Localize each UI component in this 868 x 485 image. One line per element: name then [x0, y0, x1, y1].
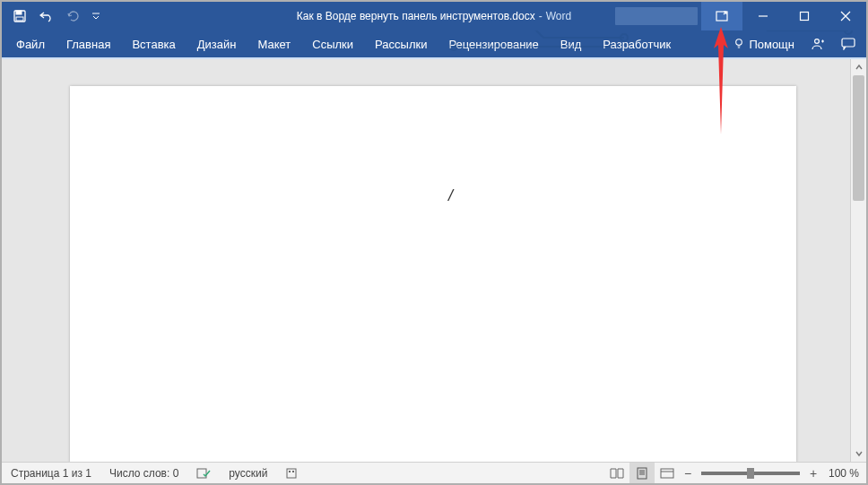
- language-indicator[interactable]: русский: [220, 463, 276, 483]
- svg-rect-7: [16, 17, 23, 21]
- save-button[interactable]: [7, 4, 32, 29]
- svg-point-14: [736, 39, 742, 46]
- proofing-icon: [196, 467, 211, 480]
- title-separator: -: [539, 10, 542, 22]
- minimize-button[interactable]: [742, 2, 784, 30]
- app-name: Word: [546, 10, 571, 22]
- zoom-out-button[interactable]: −: [680, 466, 696, 481]
- tab-review[interactable]: Рецензирование: [438, 30, 549, 57]
- svg-rect-23: [638, 468, 647, 479]
- qat-customize-button[interactable]: [88, 4, 104, 29]
- title-bar: Как в Ворде вернуть панель инструментов.…: [2, 2, 866, 30]
- language-label: русский: [229, 467, 267, 480]
- tab-home[interactable]: Главная: [56, 30, 121, 57]
- close-button[interactable]: [825, 2, 866, 30]
- tab-label: Рассылки: [375, 38, 427, 51]
- tab-file[interactable]: Файл: [5, 30, 56, 57]
- tab-label: Вид: [560, 38, 582, 51]
- ribbon-display-options-button[interactable]: [701, 2, 742, 30]
- document-page[interactable]: /: [70, 86, 796, 462]
- lightbulb-icon: [733, 38, 745, 50]
- tab-developer[interactable]: Разработчик: [592, 30, 681, 57]
- comments-button[interactable]: [834, 31, 863, 56]
- tab-references[interactable]: Ссылки: [301, 30, 364, 57]
- print-layout-button[interactable]: [629, 463, 655, 483]
- word-count[interactable]: Число слов: 0: [100, 463, 187, 483]
- tab-label: Разработчик: [603, 38, 671, 51]
- macro-icon: [285, 467, 298, 480]
- quick-access-toolbar: [2, 4, 104, 29]
- maximize-button[interactable]: [784, 2, 825, 30]
- tab-insert[interactable]: Вставка: [121, 30, 186, 57]
- web-layout-button[interactable]: [655, 463, 680, 483]
- svg-point-17: [815, 39, 820, 44]
- tab-label: Дизайн: [197, 38, 237, 51]
- document-name: Как в Ворде вернуть панель инструментов.…: [297, 10, 535, 22]
- workspace: /: [2, 59, 866, 462]
- window-controls: [615, 2, 866, 30]
- page-indicator[interactable]: Страница 1 из 1: [2, 463, 100, 483]
- tell-me-search[interactable]: Помощн: [725, 38, 802, 51]
- tab-design[interactable]: Дизайн: [187, 30, 247, 57]
- zoom-percent-label: 100 %: [829, 467, 859, 480]
- tell-me-label: Помощн: [749, 38, 794, 51]
- proofing-button[interactable]: [187, 463, 220, 483]
- svg-rect-21: [289, 471, 291, 472]
- status-bar: Страница 1 из 1 Число слов: 0 русский − …: [2, 462, 866, 483]
- book-icon: [610, 468, 624, 479]
- account-placeholder[interactable]: [615, 7, 698, 25]
- tab-label: Файл: [16, 38, 45, 51]
- word-count-label: Число слов: 0: [109, 467, 178, 480]
- zoom-slider-thumb[interactable]: [747, 468, 754, 479]
- svg-rect-22: [292, 471, 294, 472]
- text-cursor: /: [448, 186, 453, 205]
- share-button[interactable]: [803, 31, 832, 56]
- redo-button[interactable]: [61, 4, 86, 29]
- scroll-track[interactable]: [851, 75, 866, 446]
- macro-button[interactable]: [276, 463, 307, 483]
- vertical-scrollbar: [850, 59, 866, 462]
- zoom-slider[interactable]: [701, 472, 800, 475]
- read-mode-button[interactable]: [604, 463, 629, 483]
- tab-label: Рецензирование: [448, 38, 538, 51]
- scroll-up-button[interactable]: [851, 59, 866, 75]
- svg-rect-6: [16, 11, 22, 14]
- zoom-in-button[interactable]: +: [805, 466, 821, 481]
- ribbon-tabs: Файл Главная Вставка Дизайн Макет Ссылки…: [2, 30, 866, 57]
- svg-rect-11: [801, 13, 809, 21]
- document-viewport[interactable]: /: [2, 59, 850, 462]
- tab-label: Главная: [66, 38, 110, 51]
- svg-rect-18: [842, 39, 855, 47]
- tab-label: Ссылки: [312, 38, 353, 51]
- scroll-down-button[interactable]: [851, 446, 866, 462]
- tab-layout[interactable]: Макет: [247, 30, 301, 57]
- page-icon: [636, 467, 648, 480]
- tab-view[interactable]: Вид: [550, 30, 593, 57]
- tab-mailings[interactable]: Рассылки: [364, 30, 438, 57]
- page-indicator-label: Страница 1 из 1: [11, 467, 91, 480]
- web-icon: [660, 468, 674, 479]
- tab-label: Вставка: [132, 38, 175, 51]
- undo-button[interactable]: [34, 4, 59, 29]
- zoom-percent[interactable]: 100 %: [821, 467, 866, 480]
- tab-label: Макет: [257, 38, 291, 51]
- window-title: Как в Ворде вернуть панель инструментов.…: [297, 10, 571, 22]
- status-right: − + 100 %: [604, 463, 866, 483]
- svg-rect-20: [287, 469, 296, 478]
- svg-rect-27: [661, 469, 673, 478]
- scroll-thumb[interactable]: [853, 75, 864, 201]
